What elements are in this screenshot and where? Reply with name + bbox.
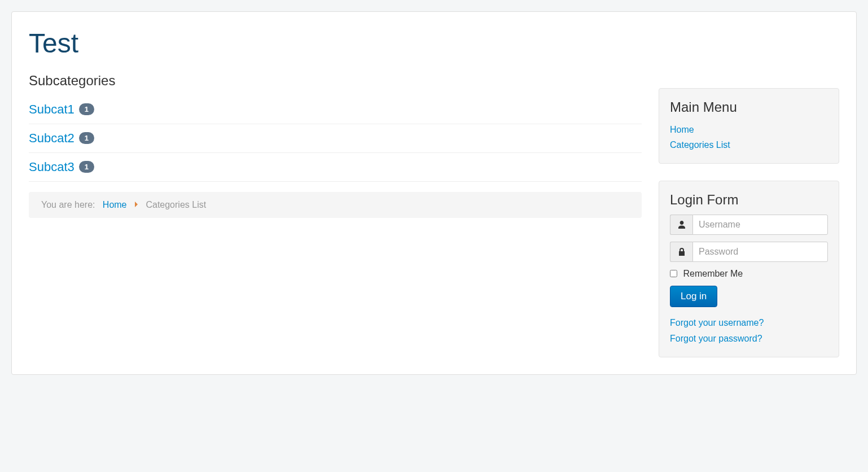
count-badge: 1 [79, 161, 94, 173]
login-help-links: Forgot your username? Forgot your passwo… [670, 315, 828, 346]
count-badge: 1 [79, 103, 94, 115]
login-form-module: Login Form Remember Me [659, 181, 839, 357]
breadcrumb: You are here: Home Categories List [29, 192, 642, 218]
lock-icon [670, 242, 692, 262]
forgot-username-link[interactable]: Forgot your username? [670, 318, 764, 327]
subcategory-link-subcat2[interactable]: Subcat2 [29, 131, 74, 145]
username-input[interactable] [692, 215, 828, 235]
menu-item: Categories List [670, 137, 828, 152]
page-title: Test [29, 29, 642, 59]
password-input[interactable] [692, 242, 828, 262]
remember-me-checkbox[interactable] [670, 270, 677, 277]
subcategory-item: Subcat2 1 [29, 124, 642, 153]
menu-link-categories-list[interactable]: Categories List [670, 140, 730, 150]
forgot-password-link[interactable]: Forgot your password? [670, 334, 762, 343]
breadcrumb-separator-icon [135, 202, 138, 207]
remember-me-row: Remember Me [670, 269, 828, 279]
breadcrumb-prefix: You are here: [41, 200, 95, 209]
main-menu-module: Main Menu Home Categories List [659, 88, 839, 164]
login-heading: Login Form [670, 192, 828, 208]
user-icon [670, 215, 692, 235]
password-group [670, 242, 828, 262]
username-group [670, 215, 828, 235]
main-column: Test Subcategories Subcat1 1 Subcat2 1 S… [29, 23, 642, 357]
menu-item: Home [670, 122, 828, 137]
subcategory-link-subcat1[interactable]: Subcat1 [29, 102, 74, 116]
breadcrumb-current: Categories List [146, 200, 206, 209]
subcategories-heading: Subcategories [29, 73, 642, 89]
remember-me-label: Remember Me [683, 269, 743, 278]
subcategory-link-subcat3[interactable]: Subcat3 [29, 160, 74, 174]
count-badge: 1 [79, 132, 94, 144]
list-item: Forgot your password? [670, 331, 828, 346]
page-container: Test Subcategories Subcat1 1 Subcat2 1 S… [11, 11, 857, 375]
main-menu-list: Home Categories List [670, 122, 828, 152]
subcategory-item: Subcat3 1 [29, 153, 642, 182]
menu-link-home[interactable]: Home [670, 125, 694, 134]
sidebar-column: Main Menu Home Categories List Login For… [659, 23, 839, 357]
subcategory-item: Subcat1 1 [29, 95, 642, 124]
main-menu-heading: Main Menu [670, 99, 828, 115]
subcategories-list: Subcat1 1 Subcat2 1 Subcat3 1 [29, 95, 642, 182]
login-button[interactable]: Log in [670, 286, 717, 307]
breadcrumb-home-link[interactable]: Home [103, 200, 127, 209]
list-item: Forgot your username? [670, 315, 828, 330]
